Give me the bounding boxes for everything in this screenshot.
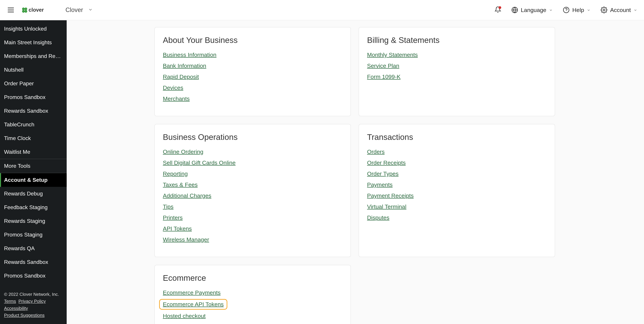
sidebar-item-more-tools[interactable]: More Tools (0, 159, 67, 173)
card-link[interactable]: Printers (163, 214, 182, 221)
sidebar-item[interactable]: Order Paper (0, 77, 67, 90)
svg-point-6 (24, 10, 27, 13)
chevron-down-icon (88, 7, 93, 14)
sidebar-item[interactable]: Rewards Staging (0, 214, 67, 228)
footer-terms-link[interactable]: Terms (4, 299, 16, 304)
card-title: Transactions (367, 132, 546, 142)
card-link[interactable]: Form 1099-K (367, 74, 400, 80)
sidebar-item[interactable]: Promos Sandbox (0, 90, 67, 104)
sidebar-item-account-setup[interactable]: Account & Setup (0, 173, 67, 187)
sidebar-item[interactable]: Promos Sandbox (0, 269, 67, 283)
card-link[interactable]: Rapid Deposit (163, 74, 199, 80)
card-link[interactable]: Order Types (367, 170, 398, 177)
hamburger-menu-icon[interactable] (7, 6, 15, 14)
language-button[interactable]: Language (511, 7, 553, 13)
chevron-down-icon (549, 7, 553, 13)
card-link[interactable]: Payment Receipts (367, 192, 414, 199)
sidebar-item[interactable]: Time Clock (0, 131, 67, 145)
card-transactions: Transactions OrdersOrder ReceiptsOrder T… (358, 124, 555, 257)
card-title: About Your Business (163, 36, 342, 45)
sidebar-item[interactable]: Rewards Debug (0, 187, 67, 200)
header: clover Clover Language (0, 0, 644, 20)
card-link[interactable]: Payments (367, 181, 392, 188)
card-link[interactable]: Taxes & Fees (163, 181, 198, 188)
globe-icon (511, 7, 518, 13)
sidebar-item[interactable]: Feedback Staging (0, 200, 67, 214)
svg-text:clover: clover (28, 7, 44, 13)
card-link[interactable]: Ecommerce API Tokens (160, 300, 226, 308)
card-link[interactable]: Devices (163, 85, 183, 91)
gear-icon (601, 7, 608, 13)
card-link[interactable]: Merchants (163, 95, 190, 102)
card-link[interactable]: API Tokens (163, 225, 192, 232)
card-link[interactable]: Hosted checkout (163, 313, 206, 319)
help-button[interactable]: Help (563, 7, 590, 13)
card-ecommerce: Ecommerce Ecommerce PaymentsEcommerce AP… (154, 265, 351, 324)
sidebar-item[interactable]: Promos Staging (0, 228, 67, 242)
footer-product-suggestions-link[interactable]: Product Suggestions (4, 313, 44, 318)
main-content: About Your Business Business Information… (67, 20, 644, 324)
card-title: Ecommerce (163, 273, 342, 283)
card-link[interactable]: Ecommerce Payments (163, 289, 220, 296)
sidebar-item[interactable]: TableCrunch (0, 118, 67, 131)
sidebar-item[interactable]: Nutshell (0, 63, 67, 77)
merchant-name: Clover (66, 7, 83, 14)
card-link[interactable]: Wireless Manager (163, 236, 209, 243)
svg-point-3 (22, 8, 25, 10)
sidebar-item[interactable]: Rewards Sandbox (0, 255, 67, 269)
card-about-your-business: About Your Business Business Information… (154, 27, 351, 116)
sidebar-item[interactable]: Rewards QA (0, 242, 67, 255)
sidebar-footer: © 2022 Clover Network, Inc. Terms Privac… (0, 287, 67, 324)
svg-point-5 (22, 10, 25, 13)
card-billing-statements: Billing & Statements Monthly StatementsS… (358, 27, 555, 116)
merchant-selector[interactable]: Clover (66, 7, 93, 14)
help-icon (563, 7, 570, 13)
footer-accessibility-link[interactable]: Accessibility (4, 306, 28, 311)
card-link[interactable]: Disputes (367, 214, 389, 221)
card-title: Business Operations (163, 132, 342, 142)
card-business-operations: Business Operations Online OrderingSell … (154, 124, 351, 257)
sidebar-item[interactable]: Memberships and Recu… (0, 49, 67, 63)
chevron-down-icon (587, 7, 590, 13)
clover-logo[interactable]: clover (22, 6, 52, 14)
sidebar-item[interactable]: Rewards Sandbox (0, 104, 67, 118)
sidebar-item[interactable]: Insights Unlocked (0, 22, 67, 36)
card-link[interactable]: Sell Digital Gift Cards Online (163, 159, 236, 166)
account-label: Account (610, 7, 631, 13)
card-link[interactable]: Tips (163, 203, 174, 210)
card-link[interactable]: Virtual Terminal (367, 203, 406, 210)
sidebar: Insights UnlockedMain Street InsightsMem… (0, 20, 67, 324)
card-link[interactable]: Business Information (163, 52, 216, 58)
card-link[interactable]: Bank Information (163, 63, 206, 69)
chevron-down-icon (634, 7, 637, 13)
card-title: Billing & Statements (367, 36, 546, 45)
card-link[interactable]: Orders (367, 148, 384, 155)
notifications-button[interactable] (494, 6, 501, 14)
card-link[interactable]: Order Receipts (367, 159, 406, 166)
card-link[interactable]: Monthly Statements (367, 52, 418, 58)
notification-dot-icon (498, 6, 501, 9)
sidebar-item[interactable]: Waitlist Me (0, 145, 67, 159)
card-link[interactable]: Online Ordering (163, 148, 203, 155)
svg-point-4 (24, 8, 27, 10)
footer-privacy-link[interactable]: Privacy Policy (18, 299, 46, 304)
footer-copyright: © 2022 Clover Network, Inc. (4, 291, 62, 298)
card-link[interactable]: Reporting (163, 170, 188, 177)
svg-point-12 (603, 9, 605, 11)
help-label: Help (572, 7, 584, 13)
language-label: Language (521, 7, 546, 13)
card-link[interactable]: Additional Charges (163, 192, 211, 199)
card-link[interactable]: Service Plan (367, 63, 399, 69)
sidebar-item[interactable]: Main Street Insights (0, 36, 67, 49)
account-button[interactable]: Account (601, 7, 637, 13)
